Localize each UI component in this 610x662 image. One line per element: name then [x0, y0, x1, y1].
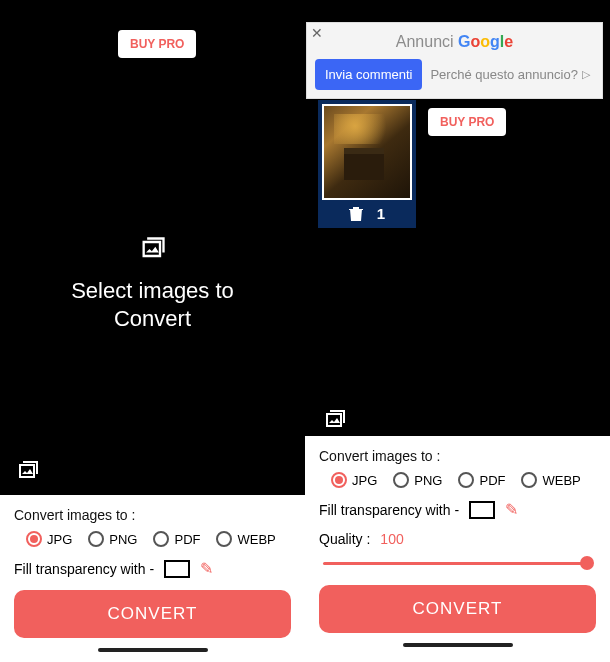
- google-ad-banner: ✕ Annunci Google Invia commenti Perché q…: [306, 22, 603, 99]
- fill-color-swatch[interactable]: [469, 501, 495, 519]
- select-line-1: Select images to: [0, 277, 305, 305]
- buy-pro-button[interactable]: BUY PRO: [428, 108, 506, 136]
- buy-pro-button[interactable]: BUY PRO: [118, 30, 196, 58]
- add-images-icon[interactable]: [16, 459, 40, 483]
- convert-to-label: Convert images to :: [319, 448, 596, 464]
- convert-button[interactable]: CONVERT: [14, 590, 291, 638]
- format-radios: JPG PNG PDF WEBP: [319, 472, 596, 488]
- format-pdf[interactable]: PDF: [458, 472, 505, 488]
- quality-value: 100: [380, 531, 403, 547]
- quality-slider[interactable]: [323, 553, 592, 573]
- ad-send-feedback-button[interactable]: Invia commenti: [315, 59, 422, 90]
- format-pdf[interactable]: PDF: [153, 531, 200, 547]
- ad-close-icon[interactable]: ✕: [311, 25, 323, 41]
- ad-title: Annunci Google: [307, 23, 602, 59]
- fill-color-swatch[interactable]: [164, 560, 190, 578]
- adchoices-icon: ▷: [582, 68, 590, 81]
- select-images-prompt[interactable]: Select images to Convert: [0, 235, 305, 332]
- format-radios: JPG PNG PDF WEBP: [14, 531, 291, 547]
- delete-image-icon[interactable]: [349, 206, 363, 222]
- format-png[interactable]: PNG: [393, 472, 442, 488]
- convert-button[interactable]: CONVERT: [319, 585, 596, 633]
- home-indicator: [98, 648, 208, 652]
- image-thumbnail: [322, 104, 412, 200]
- google-logo: Google: [458, 33, 513, 50]
- add-images-icon[interactable]: [323, 408, 347, 432]
- select-line-2: Convert: [0, 305, 305, 333]
- home-indicator: [403, 643, 513, 647]
- images-stack-icon: [139, 235, 167, 263]
- convert-to-label: Convert images to :: [14, 507, 291, 523]
- fill-transparency-label: Fill transparency with -: [14, 561, 154, 577]
- format-webp[interactable]: WEBP: [521, 472, 580, 488]
- edit-fill-icon[interactable]: ✎: [200, 559, 213, 578]
- format-webp[interactable]: WEBP: [216, 531, 275, 547]
- format-jpg[interactable]: JPG: [331, 472, 377, 488]
- image-thumbnail-card[interactable]: 1: [318, 100, 416, 228]
- edit-fill-icon[interactable]: ✎: [505, 500, 518, 519]
- quality-label: Quality :: [319, 531, 370, 547]
- ad-why-link[interactable]: Perché questo annuncio?▷: [430, 67, 594, 82]
- format-png[interactable]: PNG: [88, 531, 137, 547]
- format-jpg[interactable]: JPG: [26, 531, 72, 547]
- image-count: 1: [377, 205, 385, 222]
- fill-transparency-label: Fill transparency with -: [319, 502, 459, 518]
